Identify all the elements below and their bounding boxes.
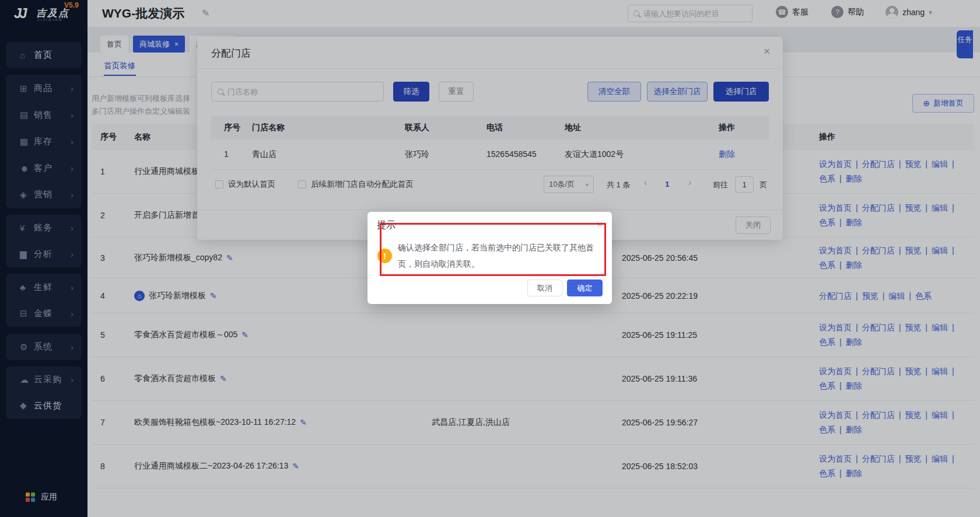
dialog-message: 确认选择全部门店，若当前选中的门店已关联了其他首页，则自动取消关联。 [398, 239, 597, 272]
warning-icon: ! [377, 249, 392, 263]
app-root: JJ 吉及点 JIJIDIAN V5.9 ⌂ 首页 ⊞ 商品 › ▤ 销售 › … [0, 0, 980, 517]
cancel-button[interactable]: 取消 [527, 280, 562, 296]
dialog-close-icon[interactable]: × [597, 219, 603, 230]
confirm-button[interactable]: 确定 [567, 280, 603, 296]
dialog-title: 提示 [377, 219, 396, 232]
confirm-dialog: 提示 × ! 确认选择全部门店，若当前选中的门店已关联了其他首页，则自动取消关联… [368, 212, 612, 304]
